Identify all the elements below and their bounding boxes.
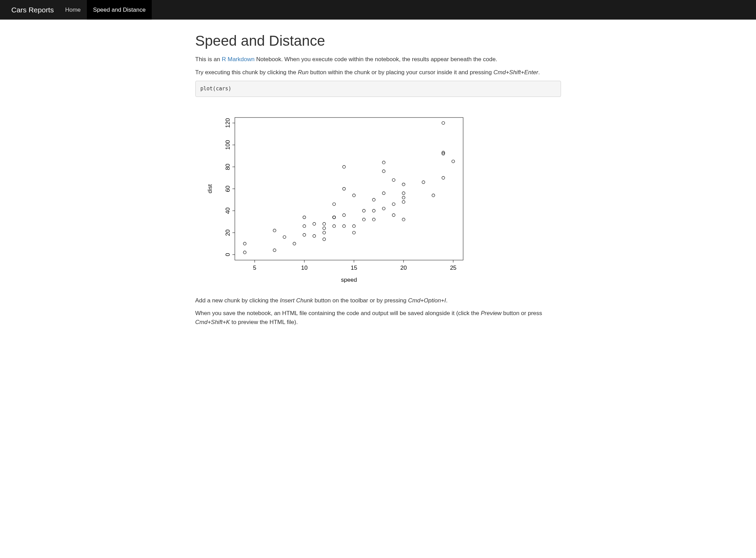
scatter-plot: 510152025020406080100120speeddist bbox=[202, 111, 561, 286]
svg-point-68 bbox=[402, 192, 405, 194]
scatter-plot-svg: 510152025020406080100120speeddist bbox=[202, 111, 470, 286]
add-chunk-paragraph: Add a new chunk by clicking the Insert C… bbox=[195, 296, 561, 305]
run-emphasis: Run bbox=[298, 69, 308, 76]
svg-text:25: 25 bbox=[450, 265, 456, 271]
svg-point-46 bbox=[342, 224, 345, 227]
svg-point-55 bbox=[372, 218, 375, 221]
svg-point-61 bbox=[382, 161, 385, 164]
svg-point-54 bbox=[362, 209, 365, 212]
svg-point-66 bbox=[402, 200, 405, 203]
svg-point-75 bbox=[442, 121, 444, 124]
svg-text:100: 100 bbox=[225, 140, 231, 149]
svg-text:10: 10 bbox=[301, 265, 307, 271]
svg-text:15: 15 bbox=[351, 265, 357, 271]
svg-point-58 bbox=[382, 207, 385, 210]
main-content: Speed and Distance This is an R Markdown… bbox=[190, 20, 566, 344]
svg-point-56 bbox=[372, 209, 375, 212]
add-text-2: button on the toolbar or by pressing bbox=[313, 297, 408, 304]
svg-text:40: 40 bbox=[225, 207, 231, 214]
svg-point-70 bbox=[422, 181, 425, 183]
insert-chunk-emphasis: Insert Chunk bbox=[280, 297, 313, 304]
svg-point-30 bbox=[273, 229, 276, 232]
intro-paragraph: This is an R Markdown Notebook. When you… bbox=[195, 55, 561, 64]
svg-point-45 bbox=[332, 202, 335, 205]
svg-point-62 bbox=[392, 213, 395, 216]
svg-point-37 bbox=[313, 222, 316, 225]
svg-point-65 bbox=[402, 218, 405, 221]
preview-emphasis: Preview bbox=[481, 310, 501, 316]
svg-text:0: 0 bbox=[225, 253, 231, 256]
svg-text:120: 120 bbox=[225, 118, 231, 127]
add-text: Add a new chunk by clicking the bbox=[195, 297, 280, 304]
svg-point-41 bbox=[323, 222, 325, 225]
svg-point-39 bbox=[323, 231, 325, 234]
svg-point-42 bbox=[332, 224, 335, 227]
nav-speed-distance[interactable]: Speed and Distance bbox=[87, 0, 152, 20]
svg-point-40 bbox=[323, 227, 325, 230]
brand-link[interactable]: Cars Reports bbox=[6, 0, 59, 20]
add-text-3: . bbox=[446, 297, 448, 304]
svg-point-32 bbox=[293, 242, 296, 245]
svg-point-31 bbox=[283, 235, 286, 238]
svg-text:20: 20 bbox=[400, 265, 407, 271]
intro-text-2: Notebook. When you execute code within t… bbox=[254, 56, 497, 63]
svg-point-33 bbox=[303, 233, 306, 236]
navbar: Cars Reports Home Speed and Distance bbox=[0, 0, 756, 20]
save-text: When you save the notebook, an HTML file… bbox=[195, 310, 481, 316]
svg-point-44 bbox=[332, 216, 335, 219]
svg-point-52 bbox=[352, 194, 355, 197]
svg-point-51 bbox=[352, 224, 355, 227]
save-text-2: button or press bbox=[502, 310, 542, 316]
try-text: Try executing this chunk by clicking the bbox=[195, 69, 298, 76]
svg-point-59 bbox=[382, 192, 385, 194]
svg-point-47 bbox=[342, 213, 345, 216]
svg-text:5: 5 bbox=[253, 265, 256, 271]
svg-point-71 bbox=[432, 194, 435, 197]
svg-point-60 bbox=[382, 170, 385, 172]
try-paragraph: Try executing this chunk by clicking the… bbox=[195, 68, 561, 77]
svg-point-36 bbox=[313, 234, 316, 237]
page-title: Speed and Distance bbox=[195, 30, 561, 52]
svg-text:20: 20 bbox=[225, 229, 231, 236]
code-block: plot(cars) bbox=[195, 81, 561, 97]
save-paragraph: When you save the notebook, an HTML file… bbox=[195, 309, 561, 326]
svg-point-57 bbox=[372, 198, 375, 201]
svg-point-53 bbox=[362, 218, 365, 221]
svg-point-27 bbox=[243, 251, 246, 254]
svg-point-29 bbox=[273, 249, 276, 252]
add-shortcut-emphasis: Cmd+Option+I bbox=[408, 297, 446, 304]
svg-point-72 bbox=[442, 176, 444, 179]
intro-text: This is an bbox=[195, 56, 222, 63]
svg-point-63 bbox=[392, 202, 395, 205]
svg-point-49 bbox=[342, 165, 345, 168]
save-shortcut-emphasis: Cmd+Shift+K bbox=[195, 319, 230, 325]
svg-rect-0 bbox=[235, 118, 463, 260]
svg-point-34 bbox=[303, 224, 306, 227]
svg-point-67 bbox=[402, 196, 405, 199]
svg-point-64 bbox=[392, 178, 395, 181]
svg-point-28 bbox=[243, 242, 246, 245]
r-markdown-link[interactable]: R Markdown bbox=[222, 56, 254, 63]
svg-text:80: 80 bbox=[225, 164, 231, 170]
try-text-3: . bbox=[538, 69, 540, 76]
try-text-2: button within the chunk or by placing yo… bbox=[309, 69, 494, 76]
nav-links: Home Speed and Distance bbox=[59, 0, 152, 20]
svg-text:speed: speed bbox=[341, 277, 357, 283]
nav-home[interactable]: Home bbox=[59, 0, 87, 20]
shortcut-emphasis: Cmd+Shift+Enter bbox=[493, 69, 538, 76]
save-text-3: to preview the HTML file). bbox=[230, 319, 298, 325]
svg-point-69 bbox=[402, 183, 405, 186]
svg-point-38 bbox=[323, 238, 325, 241]
svg-text:60: 60 bbox=[225, 186, 231, 192]
svg-point-76 bbox=[451, 160, 454, 163]
svg-point-35 bbox=[303, 216, 306, 219]
svg-point-50 bbox=[352, 231, 355, 234]
svg-point-48 bbox=[342, 187, 345, 190]
svg-text:dist: dist bbox=[207, 184, 213, 193]
